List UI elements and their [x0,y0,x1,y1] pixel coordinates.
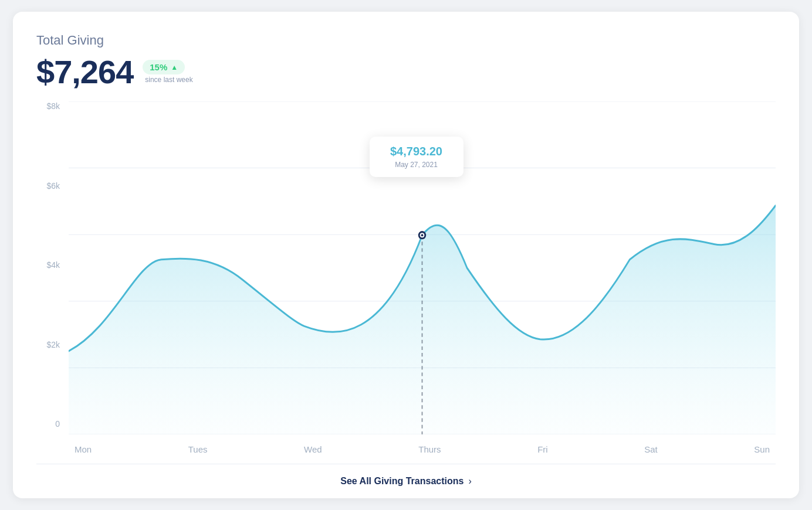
x-label-tues: Tues [188,444,208,454]
y-axis: $8k $6k $4k $2k 0 [36,101,60,434]
total-amount: $7,264 [36,53,133,91]
y-label-6k: $6k [36,181,60,191]
footer-link-text: See All Giving Transactions [340,476,463,487]
card-header: Total Giving $7,264 15% ▲ since last wee… [36,33,776,93]
y-label-0: 0 [36,419,60,429]
up-arrow-icon: ▲ [171,63,178,72]
svg-point-8 [421,234,424,236]
badge-percent: 15% [150,62,167,72]
y-label-8k: $8k [36,101,60,111]
x-label-sun: Sun [754,444,770,454]
x-label-sat: Sat [644,444,658,454]
y-label-4k: $4k [36,260,60,270]
amount-row: $7,264 15% ▲ since last week [36,53,776,91]
percent-badge: 15% ▲ [143,60,185,74]
dashboard-card: Total Giving $7,264 15% ▲ since last wee… [13,12,799,498]
chevron-right-icon: › [468,476,471,487]
card-title: Total Giving [36,33,776,48]
x-label-thurs: Thurs [418,444,441,454]
x-label-mon: Mon [75,444,92,454]
chart-area: $4,793.20 May 27, 2021 [69,101,776,434]
since-label: since last week [145,76,192,84]
see-all-transactions-button[interactable]: See All Giving Transactions › [36,464,776,498]
chart-container: $8k $6k $4k $2k 0 [36,101,776,464]
x-axis: Mon Tues Wed Thurs Fri Sat Sun [69,434,776,464]
badge-area: 15% ▲ since last week [143,60,192,84]
x-label-fri: Fri [537,444,548,454]
chart-svg [69,101,776,434]
x-label-wed: Wed [304,444,322,454]
y-label-2k: $2k [36,340,60,349]
